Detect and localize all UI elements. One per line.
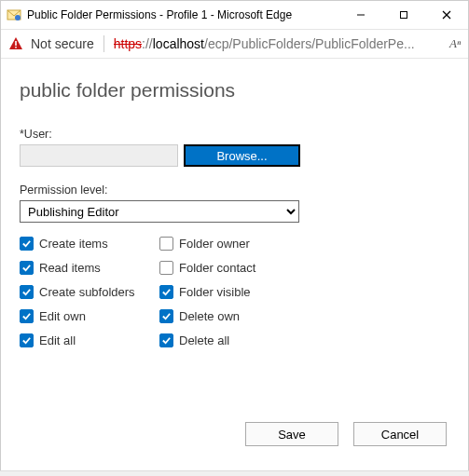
permission-level-select[interactable]: Publishing Editor bbox=[20, 200, 299, 223]
permission-label: Delete own bbox=[179, 309, 240, 323]
permission-row: Delete own bbox=[159, 306, 318, 325]
not-secure-icon bbox=[8, 36, 23, 51]
permission-checkbox[interactable] bbox=[20, 285, 34, 299]
permission-checkbox[interactable] bbox=[20, 309, 34, 323]
permission-label: Folder owner bbox=[179, 237, 250, 251]
window-title: Public Folder Permissions - Profile 1 - … bbox=[27, 8, 339, 21]
user-input[interactable] bbox=[20, 144, 178, 167]
window-titlebar: Public Folder Permissions - Profile 1 - … bbox=[1, 1, 468, 29]
permission-label: Folder contact bbox=[179, 261, 255, 275]
permission-checkbox[interactable] bbox=[20, 237, 34, 251]
save-button[interactable]: Save bbox=[245, 422, 338, 446]
permission-label: Create subfolders bbox=[39, 285, 135, 299]
dialog-footer: Save Cancel bbox=[245, 422, 447, 446]
permissions-grid: Create itemsFolder ownerRead itemsFolder… bbox=[20, 234, 449, 349]
page-content: public folder permissions *User: Browse.… bbox=[1, 59, 468, 349]
permission-row: Create items bbox=[20, 234, 159, 252]
permission-row: Folder visible bbox=[159, 282, 318, 301]
url-scheme: https bbox=[114, 36, 142, 51]
not-secure-label: Not secure bbox=[31, 36, 94, 51]
page-title: public folder permissions bbox=[20, 79, 449, 102]
permission-checkbox[interactable] bbox=[159, 333, 173, 347]
permission-row: Delete all bbox=[159, 331, 318, 349]
permission-level-label: Permission level: bbox=[20, 184, 449, 197]
browse-button[interactable]: Browse... bbox=[184, 144, 300, 167]
permission-checkbox[interactable] bbox=[20, 333, 34, 347]
permission-checkbox[interactable] bbox=[159, 261, 173, 275]
read-aloud-icon[interactable]: Aⁿ bbox=[449, 36, 461, 51]
address-separator bbox=[103, 35, 104, 52]
permission-label: Folder visible bbox=[179, 285, 251, 299]
url-path: /ecp/PublicFolders/PublicFolderPe... bbox=[204, 36, 415, 51]
permission-label: Create items bbox=[39, 237, 108, 251]
svg-point-1 bbox=[15, 15, 21, 20]
permission-label: Edit own bbox=[39, 309, 86, 323]
window-buttons bbox=[339, 1, 468, 29]
permission-checkbox[interactable] bbox=[159, 237, 173, 251]
svg-rect-6 bbox=[15, 41, 17, 46]
svg-rect-3 bbox=[401, 12, 407, 19]
permission-row: Edit own bbox=[20, 306, 159, 325]
minimize-button[interactable] bbox=[339, 1, 382, 29]
app-icon bbox=[7, 7, 21, 22]
close-button[interactable] bbox=[425, 1, 468, 29]
permission-label: Edit all bbox=[39, 333, 76, 347]
maximize-button[interactable] bbox=[382, 1, 425, 29]
svg-rect-7 bbox=[15, 47, 17, 48]
address-bar: Not secure https://localhost/ecp/PublicF… bbox=[1, 29, 468, 59]
permission-label: Delete all bbox=[179, 333, 229, 347]
cancel-button[interactable]: Cancel bbox=[353, 422, 447, 446]
user-label: *User: bbox=[20, 128, 449, 141]
window-bottom-border bbox=[0, 470, 469, 476]
permission-row: Create subfolders bbox=[20, 282, 159, 301]
permission-row: Folder owner bbox=[159, 234, 318, 252]
permission-checkbox[interactable] bbox=[159, 309, 173, 323]
permission-row: Folder contact bbox=[159, 258, 318, 277]
permission-checkbox[interactable] bbox=[20, 261, 34, 275]
permission-row: Read items bbox=[20, 258, 159, 277]
permission-label: Read items bbox=[39, 261, 101, 275]
permission-row: Edit all bbox=[20, 331, 159, 349]
url-sep: :// bbox=[142, 36, 153, 51]
permission-checkbox[interactable] bbox=[159, 285, 173, 299]
url-host: localhost bbox=[153, 36, 204, 51]
url-display[interactable]: https://localhost/ecp/PublicFolders/Publ… bbox=[114, 36, 440, 51]
